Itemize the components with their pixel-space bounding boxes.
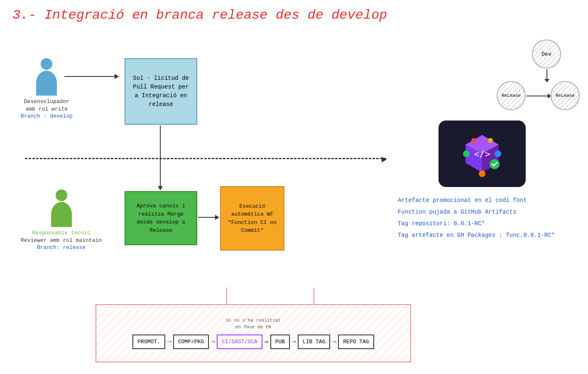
- svg-point-9: [488, 138, 493, 143]
- developer-branch: Branch : develop: [21, 113, 73, 119]
- reviewer-figure: Responsable tècnic Reviewer amb rol main…: [21, 189, 102, 251]
- reviewer-head: [56, 189, 67, 201]
- pipeline-step-pub: PUB: [270, 335, 290, 349]
- github-actions-icon: </>: [457, 129, 507, 179]
- developer-body: [36, 71, 57, 96]
- pipeline-step-repotag: REPO TAG: [338, 335, 374, 349]
- developer-head: [41, 58, 52, 70]
- pipeline-steps: PROMOT. → COMP/PKG → CI/SAST/SCA ⇒ PUB →…: [132, 335, 374, 349]
- pipeline-box: Si no s'ha realitzat en fase de PR PROMO…: [96, 304, 411, 362]
- pipeline-arrow-2: →: [211, 337, 215, 346]
- pipeline-arrow-5: →: [332, 337, 336, 346]
- pipeline-label: Si no s'ha realitzat en fase de PR: [226, 317, 281, 330]
- release-branch-circle-2: ReLease: [551, 81, 580, 110]
- dashed-separator-arrow: [25, 158, 386, 159]
- svg-point-8: [471, 138, 476, 143]
- exec-box: Execució automàtica WF "Function CI on C…: [220, 186, 284, 251]
- svg-point-7: [479, 170, 485, 177]
- branch-arrow-down: [546, 69, 547, 82]
- pipeline-arrow-4: →: [292, 337, 296, 346]
- merge-box: Aprova canvis i realitza Merge desde dev…: [125, 191, 197, 245]
- pipeline-arrow-1: →: [167, 337, 172, 346]
- github-actions-logo: </>: [439, 121, 526, 187]
- dev-branch-circle: Dev: [532, 39, 561, 69]
- svg-point-5: [463, 150, 470, 157]
- arrow-pr-to-merge: [160, 125, 161, 190]
- developer-figure: Desenvolupador amb rol write Branch : de…: [21, 58, 73, 119]
- reviewer-branch: Branch: release: [21, 244, 102, 251]
- page-title: 3.- Integració en branca release des de …: [12, 7, 387, 23]
- reviewer-body: [51, 202, 72, 227]
- release-branch-circle-1: ReLease: [497, 81, 526, 110]
- arrow-dev-to-pr: [64, 76, 118, 77]
- pipeline-arrow-3: ⇒: [264, 337, 269, 346]
- pr-request-box: Sol · licitud de Pull Request per a Inte…: [125, 58, 197, 125]
- connect-line-left: [226, 288, 227, 304]
- pipeline-step-ci: CI/SAST/SCA: [217, 335, 262, 349]
- developer-label: Desenvolupador amb rol write: [21, 98, 73, 113]
- reviewer-label: Responsable tècnic Reviewer amb rol main…: [21, 229, 102, 244]
- pipeline-step-libtag: LIB TAG: [298, 335, 331, 349]
- svg-text:</>: </>: [474, 149, 490, 159]
- svg-point-10: [490, 159, 500, 169]
- connect-line-right: [314, 288, 314, 304]
- svg-point-6: [495, 150, 501, 157]
- info-text-block: Artefacte promocionat en el codi font Fu…: [398, 194, 555, 241]
- branch-arrow-right: [527, 96, 551, 96]
- pipeline-step-promot: PROMOT.: [132, 335, 165, 349]
- arrow-merge-to-exec: [198, 217, 219, 218]
- pipeline-step-comp: COMP/PKG: [173, 335, 209, 349]
